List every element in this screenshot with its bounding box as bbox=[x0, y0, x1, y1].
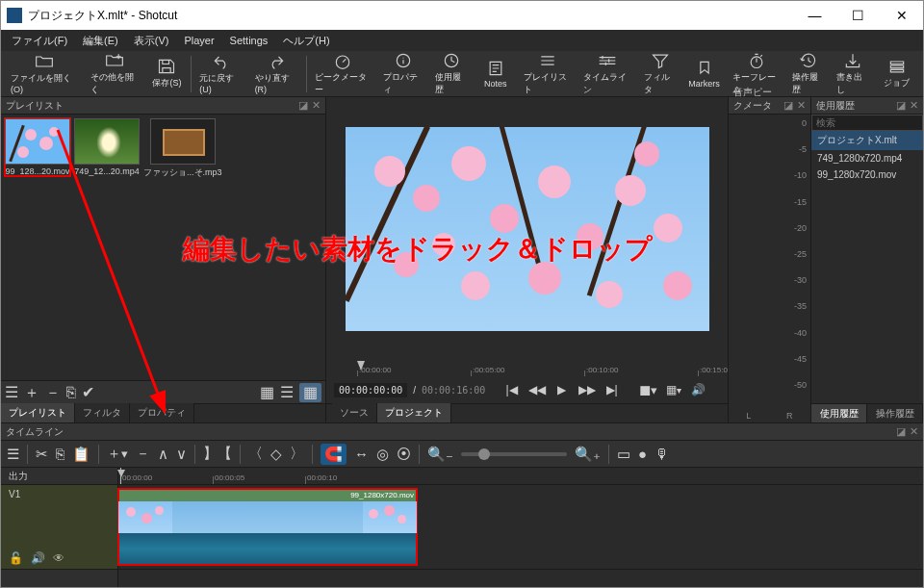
tl-menu-icon[interactable]: ☰ bbox=[7, 446, 19, 463]
lock-icon[interactable]: 🔓 bbox=[9, 551, 23, 565]
jobs-button[interactable]: ジョブ bbox=[875, 56, 919, 91]
track-output-label[interactable]: 出力 bbox=[1, 468, 117, 485]
ripple-icon[interactable]: ◎ bbox=[376, 446, 389, 463]
volume-button[interactable]: 🔊 bbox=[689, 380, 708, 399]
playlist-button[interactable]: プレイリスト bbox=[518, 50, 578, 98]
zoom-slider[interactable] bbox=[461, 452, 567, 456]
properties-button[interactable]: プロパティ bbox=[377, 50, 429, 98]
track-v1-row[interactable]: 99_1280x720.mov bbox=[118, 485, 923, 570]
playlist-body[interactable]: 99_128...20.mov 749_12...20.mp4 ファッショ...… bbox=[1, 115, 325, 380]
tab-source[interactable]: ソース bbox=[332, 403, 377, 422]
panel-close-icon[interactable]: ✕ bbox=[312, 99, 321, 112]
overwrite-icon[interactable]: ∨ bbox=[176, 446, 187, 463]
hide-icon[interactable]: 👁 bbox=[53, 551, 64, 565]
menu-settings[interactable]: Settings bbox=[223, 33, 275, 48]
tab-project[interactable]: プロジェクト bbox=[377, 403, 451, 422]
markers-icon[interactable]: ◇ bbox=[270, 446, 282, 463]
tab-properties[interactable]: プロパティ bbox=[130, 403, 194, 422]
markers-button[interactable]: Markers bbox=[682, 58, 727, 90]
lift-icon[interactable]: ∧ bbox=[158, 446, 168, 463]
snap-icon[interactable]: 🧲 bbox=[321, 444, 346, 465]
playlist-clip[interactable]: ファッショ...そ.mp3 bbox=[143, 118, 222, 179]
close-button[interactable]: ✕ bbox=[880, 1, 923, 30]
track-v1-label[interactable]: V1 🔓 🔊 👁 bbox=[1, 485, 117, 570]
history-item[interactable]: 749_1280x720.mp4 bbox=[811, 150, 923, 166]
mic-icon[interactable]: 🎙 bbox=[654, 446, 669, 462]
paste-icon[interactable]: 📋 bbox=[72, 446, 90, 463]
tab-filters[interactable]: フィルタ bbox=[75, 403, 130, 422]
menu-player[interactable]: Player bbox=[177, 33, 220, 48]
timecode-current[interactable]: 00:00:00:00 bbox=[334, 383, 407, 397]
tab-recent[interactable]: 使用履歴 bbox=[811, 404, 867, 422]
undo-button[interactable]: 元に戻す(U) bbox=[193, 51, 248, 96]
fast-forward-button[interactable]: ▶▶ bbox=[578, 380, 597, 399]
playlist-clip[interactable]: 99_128...20.mov bbox=[5, 118, 70, 176]
timeline-tracks[interactable]: 00:00:00 00:00:05 00:00:10 99_1280x720.m… bbox=[118, 468, 923, 587]
playlist-clip[interactable]: 749_12...20.mp4 bbox=[74, 118, 140, 176]
rewind-button[interactable]: ◀◀ bbox=[527, 380, 547, 399]
open-file-button[interactable]: ファイルを開く(O) bbox=[5, 51, 85, 96]
view-list-icon[interactable]: ☰ bbox=[280, 385, 294, 400]
remove-icon[interactable]: － bbox=[136, 445, 150, 463]
save-button[interactable]: 保存(S) bbox=[144, 56, 189, 91]
tab-ops[interactable]: 操作履歴 bbox=[867, 404, 923, 422]
playlist-menu-icon[interactable]: ☰ bbox=[5, 385, 18, 400]
minimize-button[interactable]: — bbox=[793, 1, 836, 30]
view-details-icon[interactable]: ▦ bbox=[260, 385, 274, 400]
timeline-clip[interactable]: 99_1280x720.mov bbox=[118, 489, 417, 565]
zoom-in-icon[interactable]: 🔍₊ bbox=[575, 446, 601, 463]
add-icon[interactable]: ＋ bbox=[24, 385, 39, 400]
maximize-button[interactable]: ☐ bbox=[836, 1, 880, 30]
filters-button[interactable]: フィルタ bbox=[638, 50, 682, 98]
panel-close-icon[interactable]: ✕ bbox=[797, 99, 806, 112]
history-search-input[interactable] bbox=[811, 115, 923, 131]
skip-prev-button[interactable]: |◀ bbox=[502, 380, 522, 399]
menu-file[interactable]: ファイル(F) bbox=[5, 32, 74, 50]
peak-meter-button[interactable]: ピークメーター bbox=[309, 50, 377, 98]
check-icon[interactable]: ✔ bbox=[82, 385, 94, 400]
remove-icon[interactable]: － bbox=[45, 385, 61, 400]
copy-icon[interactable]: ⎘ bbox=[56, 446, 64, 462]
split-icon[interactable]: 】【 bbox=[203, 445, 232, 463]
menu-edit[interactable]: 編集(E) bbox=[76, 32, 125, 50]
panel-close-icon[interactable]: ✕ bbox=[910, 425, 918, 438]
panel-undock-icon[interactable]: ◪ bbox=[896, 99, 906, 112]
redo-button[interactable]: やり直す(R) bbox=[249, 51, 304, 96]
open-other-button[interactable]: その他を開く bbox=[85, 50, 144, 98]
timeline-ruler[interactable]: 00:00:00 00:00:05 00:00:10 bbox=[118, 468, 923, 485]
prev-marker-icon[interactable]: 〈 bbox=[248, 445, 263, 463]
history-item[interactable]: プロジェクトX.mlt bbox=[811, 131, 923, 150]
preview-ruler[interactable]: :00:00:00 :00:05:00 :00:10:00 :00:15:0 bbox=[326, 361, 728, 376]
playhead[interactable] bbox=[120, 468, 121, 484]
goto-icon[interactable]: ⎘ bbox=[66, 385, 76, 400]
mute-icon[interactable]: 🔊 bbox=[31, 551, 45, 565]
menu-help[interactable]: ヘルプ(H) bbox=[276, 32, 336, 50]
panel-close-icon[interactable]: ✕ bbox=[910, 99, 918, 112]
zoom-fit-icon[interactable]: ▭ bbox=[617, 446, 630, 463]
recent-button[interactable]: 使用履歴 bbox=[429, 50, 474, 98]
history-button[interactable]: 操作履歴 bbox=[786, 50, 831, 98]
notes-button[interactable]: Notes bbox=[474, 58, 518, 90]
export-button[interactable]: 書き出し bbox=[831, 50, 875, 98]
zoom-fit-button[interactable]: ◼▾ bbox=[639, 380, 658, 399]
skip-next-button[interactable]: ▶| bbox=[603, 380, 622, 399]
play-button[interactable]: ▶ bbox=[552, 380, 572, 399]
scrub-icon[interactable]: ↔ bbox=[354, 446, 369, 462]
view-tiles-icon[interactable]: ▦ bbox=[299, 383, 321, 402]
record-icon[interactable]: ● bbox=[638, 446, 647, 462]
ripple-all-icon[interactable]: ⦿ bbox=[397, 446, 411, 462]
zoom-out-icon[interactable]: 🔍₋ bbox=[427, 446, 453, 463]
cut-icon[interactable]: ✂ bbox=[36, 446, 48, 463]
panel-undock-icon[interactable]: ◪ bbox=[896, 425, 906, 438]
panel-undock-icon[interactable]: ◪ bbox=[298, 99, 308, 112]
panel-undock-icon[interactable]: ◪ bbox=[783, 99, 793, 112]
next-marker-icon[interactable]: 〉 bbox=[290, 445, 304, 463]
grid-button[interactable]: ▦▾ bbox=[664, 380, 683, 399]
video-preview[interactable] bbox=[326, 97, 728, 361]
append-icon[interactable]: ＋▾ bbox=[107, 445, 128, 463]
menu-view[interactable]: 表示(V) bbox=[127, 32, 176, 50]
redo-icon bbox=[267, 53, 286, 70]
tab-playlist[interactable]: プレイリスト bbox=[1, 403, 75, 422]
history-item[interactable]: 99_1280x720.mov bbox=[811, 166, 923, 183]
timeline-button[interactable]: タイムライン bbox=[578, 50, 637, 98]
